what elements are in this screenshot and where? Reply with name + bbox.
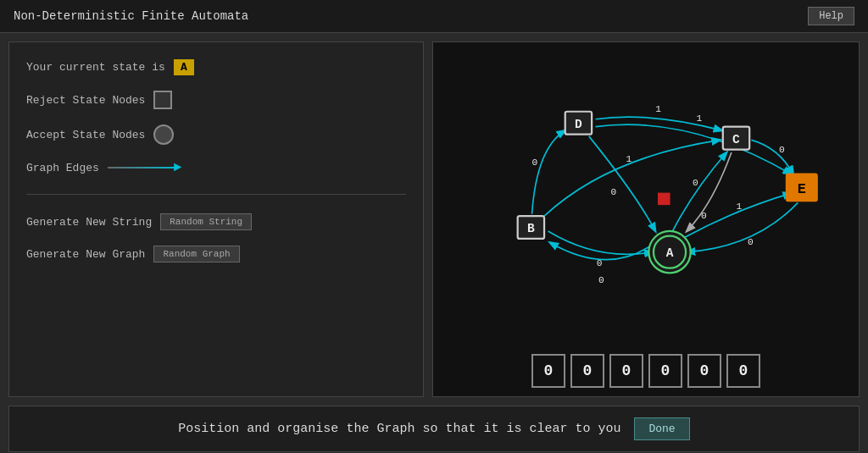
accept-state-row: Accept State Nodes (26, 124, 406, 145)
title-bar: Non-Deterministic Finite Automata Help (0, 0, 868, 33)
node-a[interactable]: A (648, 231, 690, 273)
app-title: Non-Deterministic Finite Automata (14, 9, 248, 23)
current-state-value: A (174, 59, 194, 75)
string-cell-2: 0 (609, 354, 643, 388)
edge-c-a (687, 152, 732, 231)
edges-row: Graph Edges ► (26, 160, 406, 175)
graph-area[interactable]: 0 1 1 0 0 1 0 (442, 51, 850, 349)
edge-b-d (531, 130, 565, 214)
reject-state-row: Reject State Nodes (26, 91, 406, 109)
current-state-row: Your current state is A (26, 59, 406, 75)
help-button[interactable]: Help (808, 7, 854, 25)
edge-b-a (548, 231, 653, 254)
left-panel: Your current state is A Reject State Nod… (8, 41, 424, 397)
current-state-label: Your current state is (26, 61, 165, 74)
edge-a-b (550, 242, 653, 259)
string-cell-3: 0 (648, 354, 682, 388)
edge-label-de: 1 (696, 113, 702, 124)
edge-d-e (596, 124, 792, 174)
edge-arrow-icon: ► (174, 160, 182, 175)
graph-svg: 0 1 1 0 0 1 0 (442, 51, 850, 349)
string-cell-5: 0 (726, 354, 760, 388)
string-cell-0: 0 (531, 354, 565, 388)
edge-label-ac: 0 (693, 178, 698, 188)
svg-text:C: C (732, 133, 740, 146)
edge-line-display: ► (108, 160, 182, 175)
string-display: 0 0 0 0 0 0 (531, 354, 760, 388)
instruction-text: Position and organise the Graph so that … (178, 422, 620, 436)
node-d[interactable]: D (565, 112, 592, 135)
generate-string-row: Generate New String Random String (26, 213, 406, 230)
edge-label-ab: 0 (598, 275, 604, 285)
node-x (659, 193, 670, 204)
string-cell-4: 0 (687, 354, 721, 388)
svg-text:E: E (798, 181, 806, 197)
svg-text:A: A (666, 246, 674, 260)
node-e[interactable]: E (787, 174, 817, 201)
random-string-button[interactable]: Random String (160, 213, 252, 230)
svg-text:B: B (527, 222, 535, 235)
node-b[interactable]: B (518, 216, 544, 239)
edge-label-ae: 1 (736, 202, 742, 212)
accept-label: Accept State Nodes (26, 129, 145, 141)
edge-d-a (589, 136, 655, 231)
edge-label-ea: 0 (748, 237, 754, 247)
reject-state-box (153, 91, 172, 109)
edge-label-da: 0 (611, 187, 617, 197)
reject-label: Reject State Nodes (26, 94, 145, 107)
divider (26, 194, 406, 195)
svg-text:D: D (575, 118, 582, 131)
edge-label-bc: 1 (626, 154, 632, 164)
generate-graph-label: Generate New Graph (26, 248, 145, 261)
generate-graph-row: Generate New Graph Random Graph (26, 246, 406, 262)
edge-line-bar (108, 167, 175, 168)
bottom-bar: Position and organise the Graph so that … (8, 406, 860, 452)
edge-label-ca: 0 (701, 211, 707, 221)
edge-label-dc: 1 (655, 104, 661, 114)
accept-state-circle (153, 124, 174, 145)
main-content: Your current state is A Reject State Nod… (0, 33, 868, 406)
node-c[interactable]: C (723, 127, 749, 150)
random-graph-button[interactable]: Random Graph (153, 246, 239, 262)
edge-label-ce: 0 (779, 145, 785, 155)
edge-d-c (596, 117, 722, 130)
edge-label-bd: 0 (531, 157, 537, 168)
edge-label: Graph Edges (26, 162, 99, 174)
generate-string-label: Generate New String (26, 216, 152, 229)
done-button[interactable]: Done (634, 417, 689, 440)
string-cell-1: 0 (570, 354, 604, 388)
right-panel: 0 1 1 0 0 1 0 (432, 41, 860, 397)
